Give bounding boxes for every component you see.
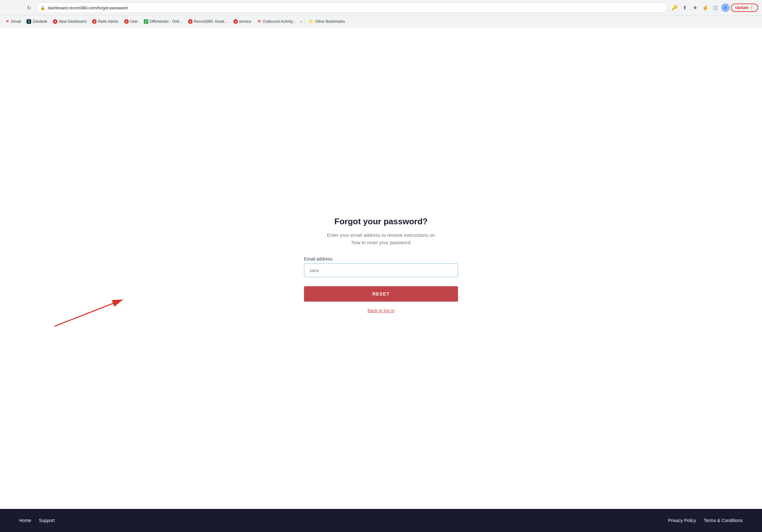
browser-chrome: ← → ↻ 🔒 🔑 ⬆ ★ 🤞 ◫ A Update ⋮ M Gmail Z [0, 0, 762, 27]
service-favicon: ● [233, 19, 238, 24]
browser-actions: 🔑 ⬆ ★ 🤞 ◫ A Update ⋮ [670, 3, 758, 12]
key-icon[interactable]: 🔑 [670, 3, 679, 12]
reload-button[interactable]: ↻ [25, 3, 34, 12]
diffchecker-favicon: D [144, 19, 148, 24]
share-icon[interactable]: ⬆ [680, 3, 689, 12]
nav-buttons: ← → ↻ [4, 3, 34, 12]
other-bookmarks-label: Other Bookmarks [315, 19, 345, 24]
profile-icon[interactable]: ◫ [711, 3, 720, 12]
arrow-svg [51, 291, 135, 329]
forward-button[interactable]: → [14, 3, 23, 12]
update-label: Update [735, 5, 748, 10]
bookmark-record360[interactable]: ● Record360: Asset... [186, 18, 230, 25]
folder-icon: 📁 [309, 19, 314, 24]
extensions-icon[interactable]: 🤞 [701, 3, 710, 12]
bookmark-gmail[interactable]: M Gmail [3, 18, 24, 25]
subtitle-line1: Enter your email address to receive inst… [327, 232, 435, 238]
lock-icon: 🔒 [40, 5, 45, 10]
svg-line-1 [54, 299, 122, 326]
bookmark-separator [304, 18, 304, 25]
page-subtitle: Enter your email address to receive inst… [327, 232, 435, 246]
other-bookmarks[interactable]: 📁 Other Bookmarks [306, 18, 347, 25]
bookmark-outbound[interactable]: M Outbound Activity... [255, 18, 298, 25]
bookmark-diffchecker[interactable]: D Diffchecker - Onli... [141, 18, 185, 25]
footer-terms-link[interactable]: Terms & Conditions [704, 518, 743, 523]
bookmark-diffchecker-label: Diffchecker - Onli... [150, 19, 182, 24]
page-content: Forgot your password? Enter your email a… [0, 27, 762, 509]
outbound-favicon: M [257, 19, 262, 24]
avatar: A [721, 4, 729, 12]
form-container: Forgot your password? Enter your email a… [304, 217, 458, 313]
bookmark-new-dashboard[interactable]: ● New Dashboard [50, 18, 89, 25]
arrow-annotation [51, 291, 135, 330]
reset-button[interactable]: RESET [304, 286, 458, 301]
footer-home-link[interactable]: Home [19, 518, 31, 523]
bookmarks-chevron-icon[interactable]: » [300, 20, 302, 24]
subtitle-line2: how to reset your password [351, 240, 410, 245]
update-button[interactable]: Update ⋮ [731, 4, 758, 12]
footer-support-link[interactable]: Support [39, 518, 54, 523]
email-label: Email address [304, 256, 458, 261]
bookmark-record360-label: Record360: Asset... [194, 19, 228, 24]
record360-favicon: ● [188, 19, 192, 24]
bookmark-outbound-label: Outbound Activity... [263, 19, 296, 24]
bookmark-new-dashboard-label: New Dashboard [59, 19, 86, 24]
bookmark-zendesk[interactable]: Z Zendesk [24, 18, 50, 25]
footer-left: Home Support [19, 518, 54, 523]
bookmark-gmail-label: Gmail [11, 19, 21, 24]
email-form-group: Email address [304, 256, 458, 277]
star-icon[interactable]: ★ [690, 3, 699, 12]
bookmarks-bar: M Gmail Z Zendesk ● New Dashboard ● Rail… [0, 15, 762, 27]
back-to-login-link[interactable]: Back to log in [367, 308, 395, 313]
bookmark-rails-admin[interactable]: ● Rails Admin [90, 18, 121, 25]
bookmark-user[interactable]: ● User [122, 18, 141, 25]
address-bar[interactable]: 🔒 [36, 3, 667, 13]
footer-privacy-link[interactable]: Privacy Policy [668, 518, 696, 523]
rails-admin-favicon: ● [92, 19, 97, 24]
update-menu-icon: ⋮ [750, 5, 754, 10]
new-dashboard-favicon: ● [53, 19, 57, 24]
page-title: Forgot your password? [335, 217, 427, 227]
url-input[interactable] [48, 5, 663, 10]
email-input[interactable] [304, 263, 458, 277]
bookmark-service-label: service [239, 19, 251, 24]
page-footer: Home Support Privacy Policy Terms & Cond… [0, 509, 762, 532]
back-button[interactable]: ← [4, 3, 13, 12]
zendesk-favicon: Z [27, 19, 31, 24]
browser-top-bar: ← → ↻ 🔒 🔑 ⬆ ★ 🤞 ◫ A Update ⋮ [0, 0, 762, 15]
user-favicon: ● [124, 19, 129, 24]
bookmark-user-label: User [130, 19, 138, 24]
footer-right: Privacy Policy Terms & Conditions [668, 518, 743, 523]
gmail-favicon: M [5, 19, 10, 24]
bookmark-zendesk-label: Zendesk [33, 19, 47, 24]
bookmark-rails-admin-label: Rails Admin [98, 19, 118, 24]
bookmark-service[interactable]: ● service [231, 18, 254, 25]
